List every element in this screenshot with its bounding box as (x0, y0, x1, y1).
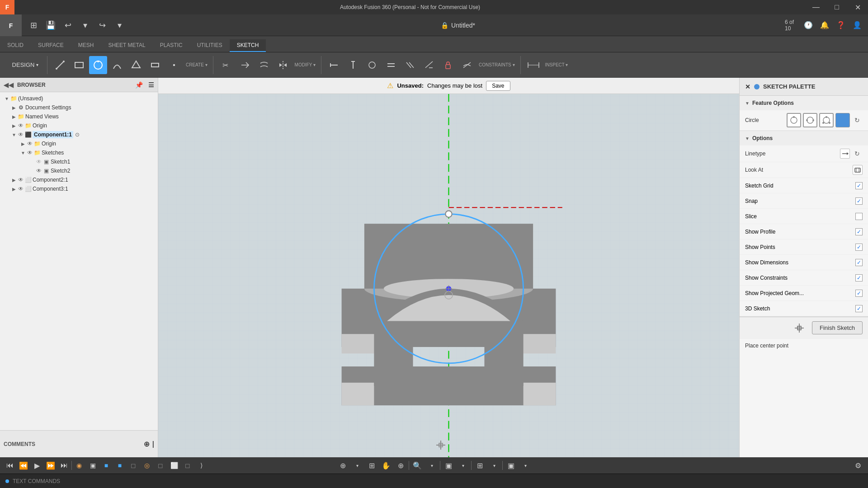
tree-item-sketches[interactable]: ▼ 👁 📁 Sketches (0, 148, 158, 157)
timeline-tool-9[interactable]: ◻ (181, 459, 194, 472)
tab-plastic[interactable]: PLASTIC (153, 39, 190, 52)
tab-surface[interactable]: SURFACE (31, 39, 71, 52)
show-constraints-checkbox[interactable] (855, 274, 863, 282)
point-tool[interactable] (165, 56, 183, 74)
expand-icon-origin-c1[interactable]: ▶ (20, 141, 26, 146)
panel-close-btn[interactable]: ✕ (745, 83, 750, 90)
orbit-dropdown[interactable]: ▾ (351, 459, 363, 472)
help-icon[interactable]: ❓ (834, 18, 848, 33)
zoom-tool[interactable]: ⊕ (394, 459, 407, 472)
maximize-button[interactable]: □ (826, 0, 847, 14)
user-icon[interactable]: 👤 (850, 18, 864, 33)
expand-icon-unsaved[interactable]: ▼ (4, 96, 10, 101)
timeline-tool-6[interactable]: ◎ (141, 459, 153, 472)
parallel-constraint[interactable] (401, 56, 419, 74)
perpendicular-constraint[interactable] (420, 56, 438, 74)
view-cube-tool[interactable]: ▣ (442, 459, 455, 472)
refresh-btn[interactable]: ↻ (852, 115, 863, 126)
grid-menu-button[interactable]: ⊞ (25, 17, 42, 33)
polygon-tool[interactable] (127, 56, 145, 74)
circle-tool[interactable] (89, 56, 107, 74)
timeline-tool-10[interactable]: ⟩ (195, 459, 208, 472)
eye-icon-component1[interactable]: 👁 (17, 131, 24, 138)
expand-icon-namedviews[interactable]: ▶ (11, 114, 17, 119)
expand-icon-component1[interactable]: ▼ (11, 132, 17, 137)
linetype-refresh-btn[interactable]: ↻ (852, 148, 863, 159)
expand-icon-component2[interactable]: ▶ (11, 178, 17, 183)
tree-item-named-views[interactable]: ▶ 📁 Named Views (0, 112, 158, 121)
redo-tool[interactable]: ↪ (94, 17, 110, 33)
coincident-constraint[interactable] (363, 56, 381, 74)
circle-3pt-btn[interactable] (819, 113, 834, 127)
display-tool[interactable]: ▣ (505, 459, 517, 472)
canvas[interactable]: ⚠ Unsaved: Changes may be lost Save (158, 78, 739, 457)
tree-item-component2[interactable]: ▶ 👁 ⬜ Component2:1 (0, 175, 158, 184)
show-dimensions-checkbox[interactable] (855, 259, 863, 266)
sidebar-pin[interactable]: 📌 (135, 81, 143, 89)
tree-item-component3[interactable]: ▶ 👁 ⬜ Component3:1 (0, 184, 158, 193)
expand-icon-docsettings[interactable]: ▶ (11, 105, 17, 110)
linetype-icon-btn[interactable] (840, 149, 850, 159)
sidebar-menu[interactable]: ☰ (148, 81, 154, 89)
settings-btn[interactable]: ⚙ (852, 459, 864, 472)
comments-pin[interactable]: | (152, 440, 154, 448)
design-dropdown-btn[interactable]: DESIGN▾ (7, 56, 43, 74)
lookat-icon-btn[interactable] (853, 165, 863, 175)
tree-item-component1[interactable]: ▼ 👁 ⬛ Component1:1 ⊙ (0, 130, 158, 139)
eye-icon-component3[interactable]: 👁 (17, 185, 24, 192)
eye-icon-sketch1[interactable]: 👁 (35, 158, 42, 165)
tree-item-origin-root[interactable]: ▶ 👁 📁 Origin (0, 121, 158, 130)
text-commands-label[interactable]: TEXT COMMANDS (13, 478, 863, 484)
tree-item-origin-c1[interactable]: ▶ 👁 📁 Origin (0, 139, 158, 148)
tree-item-sketch1[interactable]: 👁 ▣ Sketch1 (0, 157, 158, 166)
vertical-constraint[interactable] (344, 56, 362, 74)
redo-dropdown[interactable]: ▾ (111, 17, 127, 33)
save-button[interactable]: Save (486, 81, 510, 91)
timeline-tool-7[interactable]: ◻ (154, 459, 167, 472)
timeline-tool-1[interactable]: ◉ (73, 459, 85, 472)
circle-2pt-btn[interactable] (803, 113, 817, 127)
timeline-tool-5[interactable]: ◻ (127, 459, 140, 472)
play-first-btn[interactable]: ⏮ (4, 459, 16, 472)
tab-mesh[interactable]: MESH (71, 39, 101, 52)
grid-dropdown[interactable]: ▾ (488, 459, 500, 472)
tab-solid[interactable]: SOLID (0, 39, 31, 52)
comments-add-btn[interactable]: ⊕ (144, 440, 150, 448)
slice-checkbox[interactable] (855, 213, 863, 220)
eye-icon-component2[interactable]: 👁 (17, 176, 24, 183)
timeline-tool-3[interactable]: ■ (100, 459, 113, 472)
orbit-tool[interactable]: ⊕ (336, 459, 349, 472)
mirror-tool[interactable] (274, 56, 292, 74)
clock-icon[interactable]: 🕐 (801, 18, 816, 33)
play-next-btn[interactable]: ⏩ (44, 459, 57, 472)
close-button[interactable]: ✕ (847, 0, 868, 14)
undo-dropdown[interactable]: ▾ (77, 17, 93, 33)
tangent-constraint[interactable] (458, 56, 476, 74)
snap-checkbox[interactable] (855, 197, 863, 205)
lock-constraint[interactable] (439, 56, 457, 74)
offset-tool[interactable] (255, 56, 273, 74)
expand-icon-component3[interactable]: ▶ (11, 187, 17, 192)
timeline-tool-4[interactable]: ■ (113, 459, 126, 472)
trim-tool[interactable]: ✂ (217, 56, 235, 74)
show-projected-geom-checkbox[interactable] (855, 290, 863, 297)
eye-icon-sketch2[interactable]: 👁 (35, 167, 42, 174)
dimension-tool[interactable] (524, 56, 542, 74)
rectangle-tool[interactable] (70, 56, 88, 74)
sketch3d-checkbox[interactable] (855, 305, 863, 312)
options-header[interactable]: ▼ Options (740, 131, 868, 145)
zoom-dropdown[interactable]: ▾ (425, 459, 438, 472)
view-cube-dropdown[interactable]: ▾ (457, 459, 469, 472)
play-prev-btn[interactable]: ⏪ (17, 459, 30, 472)
tab-sketch[interactable]: SKETCH (230, 39, 266, 52)
display-dropdown[interactable]: ▾ (519, 459, 532, 472)
fit-tool[interactable]: ⊞ (365, 459, 378, 472)
finish-sketch-button[interactable]: Finish Sketch (812, 321, 863, 334)
tab-sheetmetal[interactable]: SHEET METAL (101, 39, 152, 52)
sketch-grid-checkbox[interactable] (855, 182, 863, 189)
eye-icon-origin-c1[interactable]: 👁 (26, 140, 33, 147)
tree-item-document-settings[interactable]: ▶ ⚙ Document Settings (0, 103, 158, 112)
play-last-btn[interactable]: ⏭ (58, 459, 71, 472)
save-tool[interactable]: 💾 (42, 17, 59, 33)
show-points-checkbox[interactable] (855, 244, 863, 251)
